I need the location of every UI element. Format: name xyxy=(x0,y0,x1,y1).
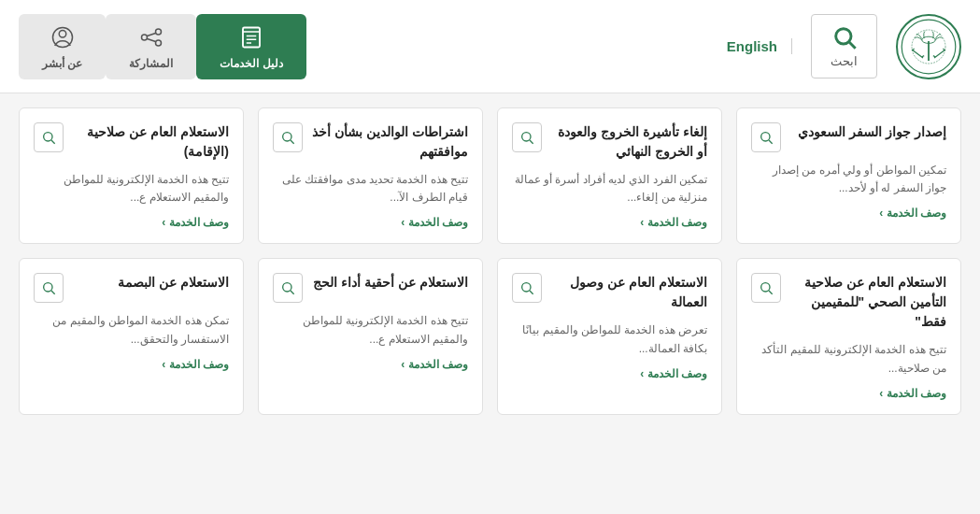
card-hajj-search-btn[interactable] xyxy=(273,273,303,303)
search-label: ابحث xyxy=(831,54,858,68)
card-residency: الاستعلام العام عن صلاحية (الإقامة) تتيح… xyxy=(19,107,244,244)
tab-participation-label: المشاركة xyxy=(129,57,173,70)
search-icon xyxy=(831,24,858,50)
svg-line-15 xyxy=(147,38,155,41)
card-parents-title: اشتراطات الوالدين بشأن أخذ موافقتهم xyxy=(310,122,468,162)
svg-point-11 xyxy=(155,29,161,35)
svg-point-32 xyxy=(44,283,52,292)
card-residency-title: الاستعلام العام عن صلاحية (الإقامة) xyxy=(71,122,229,162)
svg-point-13 xyxy=(155,40,161,46)
search-icon xyxy=(280,280,295,295)
card-cancel-visa-header: إلغاء تأشيرة الخروج والعودة أو الخروج ال… xyxy=(512,122,707,162)
svg-point-17 xyxy=(59,30,66,37)
svg-line-21 xyxy=(530,140,533,144)
svg-line-27 xyxy=(769,291,773,294)
tab-services-guide-label: دليل الخدمات xyxy=(220,57,282,70)
card-passport: إصدار جواز السفر السعودي تمكين المواطن أ… xyxy=(736,107,961,244)
card-passport-search-btn[interactable] xyxy=(751,122,781,152)
card-hajj-title: الاستعلام عن أحقية أداء الحج xyxy=(310,273,468,293)
card-workers-link[interactable]: وصف الخدمة xyxy=(512,367,707,380)
svg-point-24 xyxy=(44,133,52,141)
svg-line-29 xyxy=(530,291,533,294)
svg-rect-6 xyxy=(243,27,260,47)
card-workers: الاستعلام العام عن وصول العمالة تعرض هذه… xyxy=(497,258,722,414)
card-parents-link[interactable]: وصف الخدمة xyxy=(273,216,468,229)
tab-absher-label: عن أبشر xyxy=(42,57,82,70)
card-grid-row1: إصدار جواز السفر السعودي تمكين المواطن أ… xyxy=(19,107,961,244)
svg-line-19 xyxy=(769,140,773,144)
language-toggle[interactable]: English xyxy=(727,38,792,54)
svg-point-4 xyxy=(835,29,850,44)
card-residency-header: الاستعلام العام عن صلاحية (الإقامة) xyxy=(34,122,229,162)
card-workers-header: الاستعلام العام عن وصول العمالة xyxy=(512,273,707,312)
card-health-insurance-search-btn[interactable] xyxy=(751,273,781,303)
user-circle-icon xyxy=(49,23,77,51)
card-fingerprint-desc: تمكن هذه الخدمة المواطن والمقيم من الاست… xyxy=(34,312,229,348)
search-button[interactable]: ابحث xyxy=(811,14,877,79)
card-fingerprint: الاستعلام عن البصمة تمكن هذه الخدمة المو… xyxy=(19,258,244,414)
svg-line-33 xyxy=(51,291,55,294)
search-icon xyxy=(519,130,534,145)
logo xyxy=(896,14,961,79)
card-parents-header: اشتراطات الوالدين بشأن أخذ موافقتهم xyxy=(273,122,468,162)
tab-participation[interactable]: المشاركة xyxy=(106,14,196,79)
card-grid-row2: الاستعلام العام عن صلاحية التأمين الصحي … xyxy=(19,258,961,414)
card-parents: اشتراطات الوالدين بشأن أخذ موافقتهم تتيح… xyxy=(258,107,483,244)
svg-point-30 xyxy=(283,283,291,292)
card-fingerprint-header: الاستعلام عن البصمة xyxy=(34,273,229,303)
card-parents-search-btn[interactable] xyxy=(273,122,303,152)
book-icon xyxy=(237,23,265,51)
card-residency-search-btn[interactable] xyxy=(34,122,64,152)
card-cancel-visa-desc: تمكين الفرد الذي لديه أفراد أسرة أو عمال… xyxy=(512,171,707,207)
card-hajj-header: الاستعلام عن أحقية أداء الحج xyxy=(273,273,468,303)
card-passport-title: إصدار جواز السفر السعودي xyxy=(788,122,946,142)
search-icon xyxy=(759,280,774,295)
main-content: إصدار جواز السفر السعودي تمكين المواطن أ… xyxy=(0,93,980,443)
svg-point-28 xyxy=(522,283,531,292)
main-nav: دليل الخدمات المشاركة عن أبشر xyxy=(19,14,306,79)
card-hajj-desc: تتيح هذه الخدمة الإلكترونية للمواطن والم… xyxy=(273,312,468,348)
search-icon xyxy=(41,280,56,295)
card-residency-desc: تتيح هذه الخدمة الإلكترونية للمواطن والم… xyxy=(34,171,229,207)
card-passport-link[interactable]: وصف الخدمة xyxy=(751,207,946,220)
header: ابحث English دليل الخدمات xyxy=(0,0,980,93)
card-cancel-visa-link[interactable]: وصف الخدمة xyxy=(512,216,707,229)
search-icon xyxy=(759,130,774,145)
card-hajj: الاستعلام عن أحقية أداء الحج تتيح هذه ال… xyxy=(258,258,483,414)
tab-services-guide[interactable]: دليل الخدمات xyxy=(196,14,305,79)
search-icon xyxy=(280,130,295,145)
card-passport-header: إصدار جواز السفر السعودي xyxy=(751,122,946,152)
share-icon xyxy=(137,23,165,51)
card-health-insurance-desc: تتيح هذه الخدمة الإلكترونية للمقيم التأك… xyxy=(751,341,946,377)
card-residency-link[interactable]: وصف الخدمة xyxy=(34,216,229,229)
tab-absher[interactable]: عن أبشر xyxy=(19,14,106,79)
card-health-insurance-title: الاستعلام العام عن صلاحية التأمين الصحي … xyxy=(788,273,946,332)
card-fingerprint-title: الاستعلام عن البصمة xyxy=(71,273,229,293)
card-cancel-visa-search-btn[interactable] xyxy=(512,122,542,152)
header-right: ابحث English xyxy=(727,14,961,79)
svg-point-22 xyxy=(283,133,291,141)
card-parents-desc: تتيح هذه الخدمة تحديد مدى موافقتك على قي… xyxy=(273,171,468,207)
svg-point-12 xyxy=(141,35,147,40)
card-passport-desc: تمكين المواطن أو ولي أمره من إصدار جواز … xyxy=(751,162,946,197)
card-workers-search-btn[interactable] xyxy=(512,273,542,303)
svg-line-23 xyxy=(291,140,294,144)
card-cancel-visa-title: إلغاء تأشيرة الخروج والعودة أو الخروج ال… xyxy=(549,122,707,162)
card-hajj-link[interactable]: وصف الخدمة xyxy=(273,358,468,371)
svg-line-31 xyxy=(291,291,294,294)
card-cancel-visa: إلغاء تأشيرة الخروج والعودة أو الخروج ال… xyxy=(497,107,722,244)
svg-point-20 xyxy=(522,133,531,141)
svg-line-25 xyxy=(51,140,55,144)
svg-line-5 xyxy=(849,42,855,48)
svg-point-18 xyxy=(761,133,770,141)
card-fingerprint-search-btn[interactable] xyxy=(34,273,64,303)
card-health-insurance-link[interactable]: وصف الخدمة xyxy=(751,387,946,400)
card-health-insurance-header: الاستعلام العام عن صلاحية التأمين الصحي … xyxy=(751,273,946,332)
card-workers-desc: تعرض هذه الخدمة للمواطن والمقيم بيانًا ب… xyxy=(512,321,707,357)
search-icon xyxy=(519,280,534,295)
card-workers-title: الاستعلام العام عن وصول العمالة xyxy=(549,273,707,312)
search-icon xyxy=(41,130,56,145)
card-health-insurance: الاستعلام العام عن صلاحية التأمين الصحي … xyxy=(736,258,961,414)
card-fingerprint-link[interactable]: وصف الخدمة xyxy=(34,358,229,371)
svg-line-14 xyxy=(147,33,155,36)
